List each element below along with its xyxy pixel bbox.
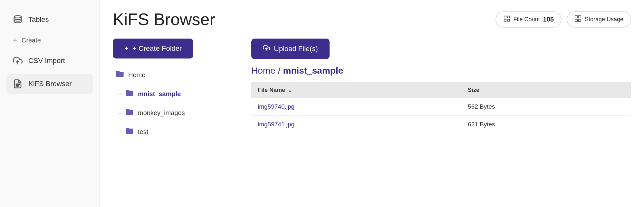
file-size-cell: 621 Bytes — [461, 116, 631, 133]
file-table: File Name ▲ Size img59740.jpg 562 Bytes — [251, 82, 631, 133]
upload-label: Upload File(s) — [274, 45, 318, 53]
sort-arrow-icon: ▲ — [288, 88, 292, 93]
sidebar-tables-label: Tables — [28, 15, 49, 24]
file-count-badge[interactable]: File Count 105 — [495, 11, 562, 28]
breadcrumb-separator: / — [278, 66, 281, 76]
svg-rect-11 — [579, 19, 581, 21]
sidebar-create-label: Create — [22, 37, 41, 44]
right-panel: Upload File(s) Home / mnist_sample File … — [251, 39, 631, 201]
main-content: KiFS Browser File Count 105 — [100, 0, 644, 207]
content-area: + + Create Folder Home — [113, 39, 631, 201]
folder-tree: Home mnist_sample — [113, 66, 235, 141]
svg-rect-9 — [579, 15, 581, 18]
sidebar-item-create[interactable]: + Create — [6, 33, 93, 48]
upload-icon — [263, 44, 270, 53]
create-folder-label: + Create Folder — [132, 44, 182, 53]
header-actions: File Count 105 Storage Usage — [495, 11, 631, 28]
svg-rect-7 — [507, 19, 509, 21]
storage-label: Storage Usage — [585, 16, 623, 23]
sidebar-item-tables[interactable]: Tables — [6, 10, 93, 30]
folder-home-icon — [115, 69, 124, 81]
file-name-cell[interactable]: img59740.jpg — [251, 98, 461, 116]
breadcrumb-home[interactable]: Home — [251, 66, 275, 76]
table-row[interactable]: img59740.jpg 562 Bytes — [251, 98, 631, 116]
sidebar-item-csv-import[interactable]: CSV Import — [6, 51, 93, 71]
folder-mnist-sample[interactable]: mnist_sample — [122, 85, 235, 103]
svg-rect-8 — [575, 15, 577, 18]
create-folder-button[interactable]: + + Create Folder — [113, 39, 193, 59]
svg-rect-10 — [575, 19, 577, 21]
file-name-cell[interactable]: img59741.jpg — [251, 116, 461, 133]
table-row[interactable]: img59741.jpg 621 Bytes — [251, 116, 631, 133]
storage-icon — [574, 15, 582, 24]
file-table-header: File Name ▲ Size — [251, 82, 631, 98]
svg-rect-2 — [16, 84, 19, 85]
sidebar-csv-label: CSV Import — [28, 57, 65, 65]
kifs-browser-icon — [13, 79, 23, 89]
svg-rect-5 — [507, 16, 509, 18]
file-table-body: img59740.jpg 562 Bytes img59741.jpg 621 … — [251, 98, 631, 133]
folder-monkey-images[interactable]: monkey_images — [122, 104, 235, 122]
breadcrumb-current: mnist_sample — [283, 66, 343, 76]
tables-icon — [13, 15, 23, 24]
folder-test[interactable]: test — [122, 123, 235, 141]
folder-test-label: test — [138, 128, 148, 136]
file-count-label: File Count — [514, 16, 540, 23]
folder-home[interactable]: Home — [113, 66, 235, 84]
sidebar: Tables + Create CSV Import KiFS Browser — [0, 0, 100, 207]
folder-test-icon — [125, 126, 134, 138]
col-size-label: Size — [468, 87, 479, 93]
sidebar-item-kifs-browser[interactable]: KiFS Browser — [6, 74, 93, 94]
svg-point-0 — [14, 16, 22, 18]
svg-rect-6 — [504, 19, 506, 21]
left-panel: + + Create Folder Home — [113, 39, 235, 201]
file-count-value: 105 — [543, 16, 554, 23]
folder-home-label: Home — [128, 71, 145, 79]
folder-monkey-icon — [125, 107, 134, 119]
header: KiFS Browser File Count 105 — [113, 10, 631, 29]
folder-mnist-icon — [125, 88, 134, 100]
storage-usage-badge[interactable]: Storage Usage — [567, 11, 631, 28]
folder-monkey-label: monkey_images — [138, 109, 185, 117]
breadcrumb: Home / mnist_sample — [251, 66, 631, 76]
svg-rect-3 — [16, 86, 19, 86]
col-filename-label: File Name — [258, 87, 285, 93]
plus-folder-icon: + — [124, 44, 129, 53]
folder-mnist-label: mnist_sample — [138, 90, 181, 98]
sidebar-kifs-label: KiFS Browser — [28, 80, 72, 88]
col-size[interactable]: Size — [461, 82, 631, 98]
csv-upload-icon — [13, 56, 23, 66]
upload-files-button[interactable]: Upload File(s) — [251, 39, 330, 59]
file-size-cell: 562 Bytes — [461, 98, 631, 116]
col-filename[interactable]: File Name ▲ — [251, 82, 461, 98]
svg-rect-4 — [504, 16, 506, 18]
page-title: KiFS Browser — [113, 10, 215, 29]
grid-icon — [503, 15, 510, 24]
plus-icon: + — [13, 36, 17, 44]
